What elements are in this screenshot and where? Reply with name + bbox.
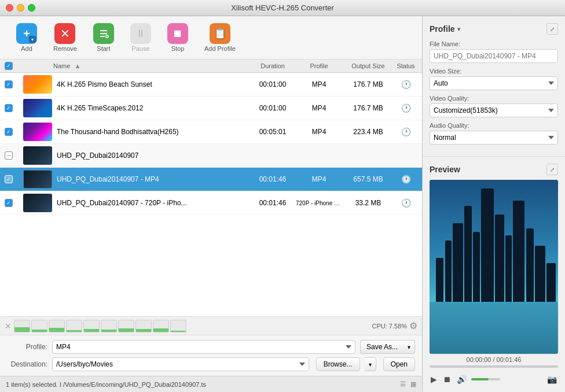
destination-select[interactable]: /Users/byc/Movies	[52, 357, 309, 371]
right-panel: Profile ▾ ⤢ File Name: Video Size: Auto …	[423, 16, 565, 392]
preview-expand-button[interactable]: ⤢	[546, 164, 558, 175]
filter-icon[interactable]: ▦	[410, 380, 416, 388]
profile-header: Profile ▾ ⤢	[430, 23, 558, 35]
save-as-button[interactable]: Save As...	[360, 340, 403, 354]
profile-expand-icon: ▾	[457, 26, 460, 32]
file-name-input[interactable]	[430, 49, 558, 63]
row3-status: 🕐	[394, 127, 417, 136]
row1-checkbox[interactable]: ✓	[5, 80, 13, 88]
clock-icon: 🕐	[401, 175, 411, 184]
stop-icon: ⏹	[167, 23, 188, 44]
gear-icon[interactable]: ⚙	[409, 320, 417, 331]
stop-button[interactable]: ⏹ Stop	[160, 21, 195, 54]
header-check[interactable]: ✓	[5, 62, 19, 70]
row2-checkbox[interactable]: ✓	[5, 104, 13, 112]
add-button[interactable]: + ▾ Add	[9, 21, 44, 54]
table-row-selected[interactable]: ✓ UHD_PQ_Dubai20140907 - MP4 00:01:46 MP…	[0, 168, 422, 191]
row5-duration: 00:01:46	[250, 175, 296, 183]
destination-label: Destination:	[7, 360, 47, 368]
stop-ctrl-button[interactable]: ⏹	[442, 373, 452, 385]
app-title: Xilisoft HEVC-H.265 Converter	[231, 3, 334, 12]
header-name[interactable]: Name ▲	[53, 62, 250, 69]
browse-button[interactable]: Browse...	[316, 357, 360, 371]
row3-checkbox[interactable]: ✓	[5, 128, 13, 136]
select-all-checkbox[interactable]: ✓	[5, 62, 13, 70]
volume-icon[interactable]: 🔊	[456, 373, 468, 385]
cpu-close-icon[interactable]: ✕	[5, 321, 12, 331]
screenshot-button[interactable]: 📷	[546, 373, 558, 385]
building-12	[546, 263, 556, 301]
table-row[interactable]: ✓ The Thousand-hand Bodhisattva(H265) 00…	[0, 120, 422, 144]
list-icon[interactable]: ☰	[400, 380, 406, 388]
start-icon	[93, 23, 114, 44]
save-as-arrow-button[interactable]: ▾	[403, 340, 415, 354]
maximize-button[interactable]	[28, 4, 35, 12]
cpu-graph-3	[49, 320, 65, 332]
video-size-select[interactable]: Auto 1920x1080 1280x720	[430, 76, 558, 90]
building-10	[526, 228, 534, 301]
row-group-checkbox[interactable]: −	[5, 151, 13, 160]
profile-label: Profile:	[7, 343, 47, 351]
profile-section: Profile ▾ ⤢ File Name: Video Size: Auto …	[423, 16, 565, 157]
audio-quality-field: Audio Quality: Normal High Low	[430, 122, 558, 145]
cpu-graph-4	[66, 320, 82, 332]
row5-checkbox[interactable]: ✓	[5, 175, 13, 183]
add-profile-button[interactable]: 📋 Add Profile	[197, 21, 243, 54]
remove-button[interactable]: ✕ Remove	[46, 21, 84, 54]
row6-checkbox[interactable]: ✓	[5, 199, 13, 207]
clock-icon: 🕐	[401, 127, 411, 136]
open-button[interactable]: Open	[383, 357, 415, 371]
audio-quality-select[interactable]: Normal High Low	[430, 131, 558, 145]
cpu-graph-9	[153, 320, 169, 332]
add-dropdown-arrow: ▾	[29, 36, 36, 43]
group-thumbnail	[23, 146, 52, 165]
file-name-label: File Name:	[430, 40, 558, 47]
profile-title[interactable]: Profile ▾	[430, 24, 460, 34]
toolbar: + ▾ Add ✕ Remove Start ⏸	[0, 16, 422, 60]
clock-icon: 🕐	[401, 103, 411, 113]
profile-select[interactable]: MP4 MKV AVI	[52, 340, 355, 354]
cpu-graph-1	[14, 320, 30, 332]
table-row[interactable]: ✓ 4K H.265 Pismo Beach Sunset 00:01:00 M…	[0, 73, 422, 97]
preview-controls: ▶ ⏹ 🔊 📷	[430, 373, 558, 385]
volume-fill	[471, 378, 489, 380]
clock-icon: 🕐	[401, 198, 411, 208]
volume-track[interactable]	[471, 378, 500, 380]
add-label: Add	[21, 45, 32, 52]
row3-size: 223.4 MB	[342, 128, 394, 136]
preview-header: Preview ⤢	[430, 164, 558, 175]
pause-button[interactable]: ⏸ Pause	[123, 21, 158, 54]
preview-scene	[430, 180, 558, 354]
close-button[interactable]	[6, 4, 13, 12]
building-6	[481, 188, 494, 302]
cpu-graph-10	[170, 320, 186, 332]
browse-arrow-button[interactable]: ▾	[365, 357, 376, 371]
row5-status: 🕐	[394, 175, 417, 184]
table-row-group[interactable]: − UHD_PQ_Dubai20140907	[0, 144, 422, 168]
file-name-field: File Name:	[430, 40, 558, 63]
status-text: 1 item(s) selected. I /Volumes/E/incomin…	[6, 381, 206, 388]
row1-name: 4K H.265 Pismo Beach Sunset	[57, 80, 250, 88]
remove-label: Remove	[53, 45, 77, 52]
row5-size: 657.5 MB	[342, 175, 394, 183]
water-layer	[430, 302, 558, 354]
video-quality-select[interactable]: Customized(51853k) High Medium Low	[430, 103, 558, 117]
play-button[interactable]: ▶	[430, 373, 438, 385]
stop-label: Stop	[171, 45, 185, 52]
profile-fullscreen-button[interactable]: ⤢	[546, 23, 558, 35]
video-size-field: Video Size: Auto 1920x1080 1280x720	[430, 68, 558, 90]
remove-icon: ✕	[54, 23, 75, 44]
add-profile-icon: 📋	[210, 23, 230, 44]
cpu-bar: ✕ CPU: 7.58% ⚙	[0, 316, 422, 335]
destination-row: Destination: /Users/byc/Movies Browse...…	[7, 357, 415, 371]
minimize-button[interactable]	[17, 4, 24, 12]
table-row[interactable]: ✓ 4K H.265 TimeScapes.2012 00:01:00 MP4 …	[0, 97, 422, 120]
table-empty-area	[0, 215, 422, 250]
start-button[interactable]: Start	[86, 21, 121, 54]
preview-progress-track[interactable]	[430, 365, 558, 368]
building-4	[464, 206, 472, 302]
save-as-group: Save As... ▾	[360, 340, 415, 354]
building-11	[535, 246, 545, 301]
table-row[interactable]: ✓ UHD_PQ_Dubai20140907 - 720P - iPho... …	[0, 191, 422, 215]
add-icon: + ▾	[16, 23, 37, 44]
